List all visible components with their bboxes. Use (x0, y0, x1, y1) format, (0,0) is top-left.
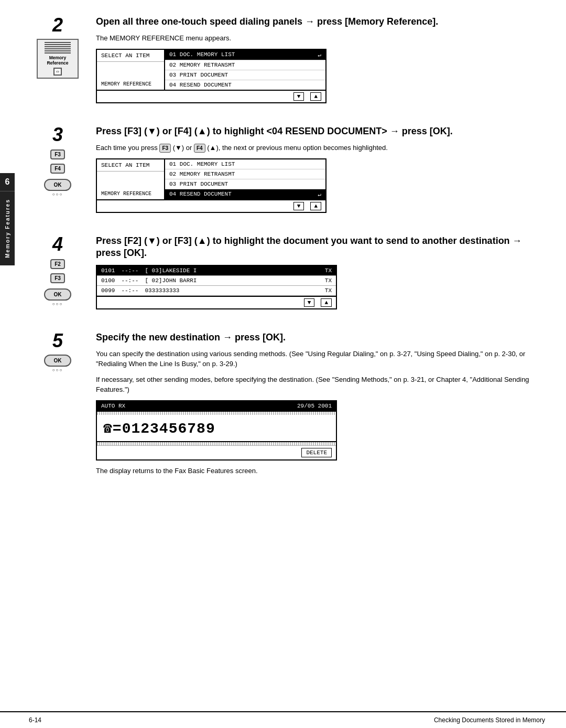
fax-delete-btn[interactable]: DELETE (301, 448, 332, 457)
fax-bottom-row: DELETE (97, 445, 336, 459)
step-3-ok-dots: ○○○ (52, 192, 63, 197)
step4-lcd-footer: ▼ ▲ (97, 296, 336, 308)
doc-type-2: TX (325, 277, 332, 284)
chapter-sidebar: 6 Memory Features (0, 173, 15, 265)
step-5-heading: Specify the new destination → press [OK]… (96, 331, 545, 344)
step-3-memory-ref-label: MEMORY REFERENCE (97, 181, 164, 199)
chapter-label: Memory Features (3, 191, 13, 265)
step-5-number: 5 (52, 331, 63, 350)
doc-time-3: --:-- (121, 287, 138, 294)
step3-lcd-up-btn[interactable]: ▲ (310, 202, 321, 210)
device-icon-lines (41, 42, 74, 53)
step-4-lcd: 0101 --:-- [ 03]LAKESIDE I TX 0100 --:--… (96, 265, 337, 309)
step-2-lcd-main: SELECT AN ITEM MEMORY REFERENCE 01 DOC. … (97, 50, 325, 90)
step-2-menu-title: SELECT AN ITEM (97, 50, 164, 62)
step3-lcd-item-01: 01 DOC. MEMORY LIST (165, 159, 325, 169)
device-memory-ref-box: ▭ (53, 68, 62, 76)
lcd-item-03: 03 PRINT DOCUMENT (165, 70, 325, 80)
device-memory-ref-label-bottom: Reference (41, 60, 74, 66)
step-2-body: The MEMORY REFERENCE menu appears. (96, 33, 545, 44)
step-5-section: 5 OK ○○○ Specify the new destination → p… (29, 331, 545, 481)
doc-time-1: --:-- (121, 267, 138, 274)
doc-type-1: TX (325, 267, 332, 274)
doc-num-3: 0099 (101, 287, 115, 294)
step-4-number: 4 (52, 235, 63, 254)
step4-doc-row-3: 0099 --:-- 0333333333 TX (97, 286, 336, 296)
fax-date: 29/05 2001 (297, 403, 332, 409)
device-memory-ref-label-top: Memory (41, 55, 74, 60)
step-4-f2-key[interactable]: F2 (50, 259, 65, 269)
step-3-inline-f3: F3 (159, 144, 171, 153)
step-3-body: Each time you press F3 (▼) or F4 (▲), th… (96, 143, 545, 153)
step-3-menu-title: SELECT AN ITEM (97, 159, 164, 172)
step-3-lcd-left: SELECT AN ITEM MEMORY REFERENCE (97, 159, 165, 199)
step-4-f3-key[interactable]: F3 (50, 273, 65, 283)
step-3-f3-key[interactable]: F3 (50, 149, 65, 159)
step-3-lcd-right: 01 DOC. MEMORY LIST 02 MEMORY RETRANSMT … (165, 159, 325, 199)
step-3-lcd: SELECT AN ITEM MEMORY REFERENCE 01 DOC. … (96, 158, 326, 213)
footer-page-title: Checking Documents Stored in Memory (434, 716, 545, 724)
doc-time-2: --:-- (121, 277, 138, 284)
step-5-icon-area: 5 OK ○○○ (29, 331, 86, 372)
step-5-body1: You can specify the destination using va… (96, 349, 545, 369)
chapter-number-box: 6 (0, 173, 15, 191)
page-footer: 6-14 Checking Documents Stored in Memory (0, 711, 566, 728)
step-5-ok-dots: ○○○ (52, 368, 63, 372)
step3-lcd-down-btn[interactable]: ▼ (293, 202, 304, 210)
lcd-up-arrow-btn[interactable]: ▲ (310, 92, 321, 101)
lcd-down-arrow-btn[interactable]: ▼ (293, 92, 304, 101)
step-2-lcd: SELECT AN ITEM MEMORY REFERENCE 01 DOC. … (96, 49, 326, 103)
fax-number: ☎=0123456789 (103, 421, 215, 437)
fax-status: AUTO RX (101, 403, 125, 409)
doc-num-1: 0101 (101, 267, 115, 274)
step-3-lcd-footer: ▼ ▲ (97, 199, 325, 212)
step-2-lcd-left: SELECT AN ITEM MEMORY REFERENCE (97, 50, 165, 90)
lcd-item-01-arrow: ↵ (318, 51, 321, 58)
step3-lcd-item-04-active: 04 RESEND DOCUMENT ↵ (165, 189, 325, 199)
step-2-lcd-footer: ▼ ▲ (97, 90, 325, 102)
step4-lcd-down-btn[interactable]: ▼ (304, 298, 315, 307)
step-3-heading: Press [F3] (▼) or [F4] (▲) to highlight … (96, 125, 545, 137)
lcd-item-01-text: 01 DOC. MEMORY LIST (169, 51, 235, 58)
doc-type-3: TX (325, 287, 332, 294)
step-2-number: 2 (52, 16, 63, 35)
step4-lcd-up-btn[interactable]: ▲ (321, 298, 332, 307)
step4-doc-row-1-active: 0101 --:-- [ 03]LAKESIDE I TX (97, 266, 336, 276)
step-2-heading: Open all three one-touch speed dialing p… (96, 16, 545, 28)
step-4-ok-key[interactable]: OK (44, 288, 71, 301)
footer-page-number: 6-14 (29, 716, 41, 724)
step-3-section: 3 F3 F4 OK ○○○ Press [F3] (▼) or [F4] (▲… (29, 125, 545, 218)
lcd-item-04: 04 RESEND DOCUMENT (165, 80, 325, 90)
step-4-content: Press [F2] (▼) or [F3] (▲) to highlight … (96, 235, 545, 315)
step3-lcd-item-04-arrow: ↵ (318, 191, 321, 198)
fax-top-row: AUTO RX 29/05 2001 (97, 401, 336, 412)
memory-reference-device-icon: Memory Reference ▭ (37, 39, 79, 79)
step-4-section: 4 F2 F3 OK ○○○ Press [F2] (▼) or [F3] (▲… (29, 235, 545, 315)
step-5-body2: If necessary, set other sending modes, b… (96, 374, 545, 395)
doc-num-2: 0100 (101, 277, 115, 284)
fax-number-row: ☎=0123456789 (97, 415, 336, 442)
step-3-lcd-main: SELECT AN ITEM MEMORY REFERENCE 01 DOC. … (97, 159, 325, 199)
step3-lcd-item-02: 02 MEMORY RETRANSMT (165, 169, 325, 179)
step-2-section: 2 Memory Reference ▭ (29, 16, 545, 109)
step-2-content: Open all three one-touch speed dialing p… (96, 16, 545, 109)
doc-dest-1: [ 03]LAKESIDE I (145, 267, 197, 274)
step-5-final-text: The display returns to the Fax Basic Fea… (96, 466, 545, 476)
step-5-content: Specify the new destination → press [OK]… (96, 331, 545, 481)
step-3-ok-key[interactable]: OK (44, 179, 71, 191)
lcd-item-01-active: 01 DOC. MEMORY LIST ↵ (165, 50, 325, 60)
step-3-content: Press [F3] (▼) or [F4] (▲) to highlight … (96, 125, 545, 218)
step-2-memory-ref-label: MEMORY REFERENCE (97, 72, 164, 90)
step4-doc-row-2: 0100 --:-- [ 02]JOHN BARRI TX (97, 276, 336, 286)
step-3-icon-area: 3 F3 F4 OK ○○○ (29, 125, 86, 197)
step-4-heading: Press [F2] (▼) or [F3] (▲) to highlight … (96, 235, 545, 260)
step-3-f4-key[interactable]: F4 (50, 164, 65, 174)
step-5-ok-key[interactable]: OK (44, 355, 71, 367)
step-2-icon-area: 2 Memory Reference ▭ (29, 16, 86, 79)
step-5-fax-display: AUTO RX 29/05 2001 ☎=0123456789 DELETE (96, 400, 337, 461)
doc-dest-2: [ 02]JOHN BARRI (145, 277, 197, 284)
doc-dest-3: 0333333333 (145, 287, 179, 294)
step-3-inline-f4: F4 (194, 144, 205, 153)
step-4-ok-dots: ○○○ (52, 302, 63, 306)
step-3-number: 3 (52, 125, 63, 144)
